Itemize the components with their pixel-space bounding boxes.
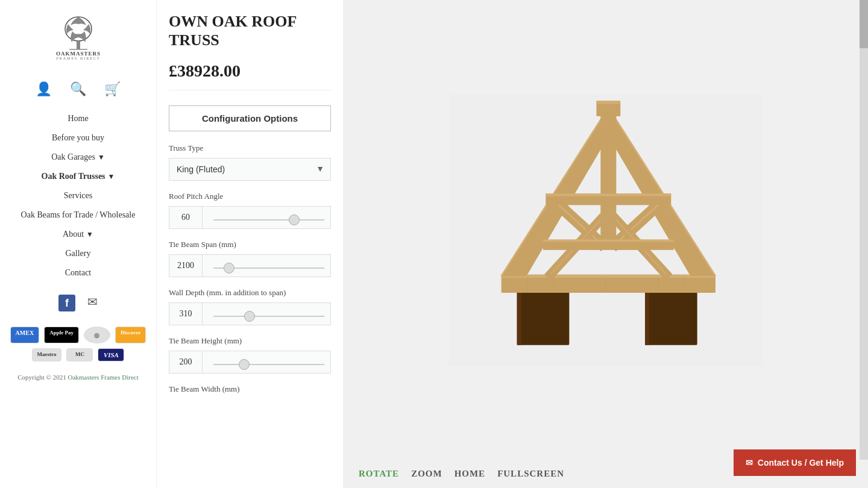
scrollbar-thumb[interactable] <box>860 0 868 48</box>
tie-beam-height-section: Tie Beam Height (mm) 200 <box>169 336 331 374</box>
tie-beam-height-label: Tie Beam Height (mm) <box>169 336 331 346</box>
facebook-icon[interactable]: f <box>58 295 75 311</box>
wall-depth-row: 310 <box>169 302 331 325</box>
logo: OAKMASTERS FRAMES DIRECT <box>39 12 118 60</box>
sidebar: OAKMASTERS FRAMES DIRECT 👤 🔍 🛒 Home Befo… <box>0 0 157 488</box>
visa-icon: VISA <box>98 348 124 361</box>
nav-before-you-buy[interactable]: Before you buy <box>0 128 156 148</box>
fullscreen-control[interactable]: FULLSCREEN <box>497 469 564 479</box>
diners-icon: ◎ <box>84 327 110 343</box>
discover-icon: Discover <box>115 327 146 343</box>
svg-rect-13 <box>502 274 715 277</box>
tie-beam-span-slider-container <box>207 260 330 271</box>
wall-depth-value: 310 <box>169 303 203 325</box>
contact-button-label: Contact Us / Get Help <box>758 458 844 468</box>
nav-contact[interactable]: Contact <box>0 263 156 283</box>
product-price: £38928.00 <box>169 61 331 90</box>
main-nav: Home Before you buy Oak Garages ▼ Oak Ro… <box>0 109 156 283</box>
svg-rect-1 <box>77 41 80 49</box>
payment-icons: AMEX Apple Pay ◎ Discover Maestro MC VIS… <box>0 327 156 361</box>
search-icon-btn[interactable]: 🔍 <box>70 81 86 97</box>
product-title: OWN OAK ROOF TRUSS <box>169 12 331 49</box>
product-panel: OWN OAK ROOF TRUSS £38928.00 Configurati… <box>157 0 344 488</box>
email-icon[interactable]: ✉ <box>87 295 98 311</box>
truss-type-arrow: ▼ <box>310 164 330 174</box>
svg-rect-6 <box>517 287 570 345</box>
copyright: Copyright © 2021 Oakmasters Frames Direc… <box>11 368 145 387</box>
tie-beam-span-section: Tie Beam Span (mm) 2100 <box>169 240 331 277</box>
roof-pitch-value: 60 <box>169 207 203 228</box>
tie-beam-height-value: 200 <box>169 351 203 373</box>
cart-icon-btn[interactable]: 🛒 <box>104 81 121 97</box>
tie-beam-span-value: 2100 <box>169 255 203 277</box>
tie-beam-span-row: 2100 <box>169 254 331 277</box>
roof-pitch-row: 60 <box>169 206 331 229</box>
mastercard-icon: MC <box>66 348 93 361</box>
svg-text:FRAMES DIRECT: FRAMES DIRECT <box>56 57 100 60</box>
zoom-control[interactable]: ZOOM <box>411 469 442 479</box>
rotate-control[interactable]: ROTATE <box>359 469 399 479</box>
scrollbar[interactable] <box>860 0 868 460</box>
wall-depth-slider-container <box>207 308 330 319</box>
svg-rect-9 <box>645 287 697 345</box>
3d-viewer: ROTATE ZOOM HOME FULLSCREEN <box>344 0 868 488</box>
truss-illustration <box>449 80 763 381</box>
contact-button[interactable]: ✉ Contact Us / Get Help <box>734 449 856 476</box>
user-icon-btn[interactable]: 👤 <box>36 81 52 97</box>
applepay-icon: Apple Pay <box>44 327 79 343</box>
roof-pitch-label: Roof Pitch Angle <box>169 192 331 201</box>
tie-beam-height-slider-container <box>207 357 330 368</box>
wall-depth-label: Wall Depth (mm. in addition to span) <box>169 288 331 298</box>
svg-text:OAKMASTERS: OAKMASTERS <box>55 51 100 57</box>
nav-home[interactable]: Home <box>0 109 156 128</box>
header-icons: 👤 🔍 🛒 <box>36 81 121 97</box>
tie-beam-span-slider[interactable] <box>213 267 324 269</box>
svg-rect-8 <box>517 287 521 345</box>
tie-beam-width-label: Tie Beam Width (mm) <box>169 384 331 394</box>
svg-rect-27 <box>596 101 620 104</box>
maestro-icon: Maestro <box>32 348 62 361</box>
social-row: f ✉ <box>58 295 98 311</box>
home-control[interactable]: HOME <box>454 469 486 479</box>
nav-oak-garages[interactable]: Oak Garages ▼ <box>0 148 156 167</box>
tie-beam-height-row: 200 <box>169 351 331 374</box>
contact-email-icon: ✉ <box>746 458 753 468</box>
tie-beam-width-section: Tie Beam Width (mm) <box>169 384 331 394</box>
nav-oak-roof-trusses[interactable]: Oak Roof Trusses ▼ <box>0 167 156 186</box>
logo-area: OAKMASTERS FRAMES DIRECT <box>39 12 118 60</box>
nav-oak-beams[interactable]: Oak Beams for Trade / Wholesale <box>0 205 156 225</box>
nav-about[interactable]: About ▼ <box>0 225 156 244</box>
svg-rect-39 <box>543 239 674 241</box>
config-options-button[interactable]: Configuration Options <box>169 105 331 131</box>
roof-pitch-slider-container <box>207 212 330 223</box>
roof-pitch-section: Roof Pitch Angle 60 <box>169 192 331 229</box>
roof-pitch-slider[interactable] <box>213 219 324 221</box>
tie-beam-span-label: Tie Beam Span (mm) <box>169 240 331 249</box>
wall-depth-slider[interactable] <box>213 316 324 317</box>
truss-type-section: Truss Type King (Fluted) King Post Queen… <box>169 143 331 181</box>
nav-services[interactable]: Services <box>0 186 156 205</box>
truss-type-label: Truss Type <box>169 143 331 153</box>
svg-rect-29 <box>546 193 671 196</box>
wall-depth-section: Wall Depth (mm. in addition to span) 310 <box>169 288 331 325</box>
copyright-link[interactable]: Oakmasters Frames Direct <box>68 374 138 381</box>
svg-rect-11 <box>645 287 649 345</box>
nav-gallery[interactable]: Gallery <box>0 244 156 263</box>
truss-type-select[interactable]: King (Fluted) King Post Queen Post Sciss… <box>169 158 310 180</box>
amex-icon: AMEX <box>10 327 40 343</box>
truss-type-row: King (Fluted) King Post Queen Post Sciss… <box>169 158 331 181</box>
truss-display <box>344 0 868 460</box>
tie-beam-height-slider[interactable] <box>213 364 324 365</box>
main-content: OWN OAK ROOF TRUSS £38928.00 Configurati… <box>157 0 868 488</box>
